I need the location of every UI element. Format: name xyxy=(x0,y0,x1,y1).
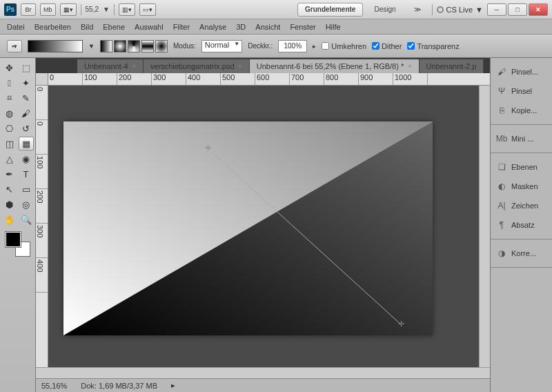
menu-view[interactable]: Ansicht xyxy=(255,23,280,31)
tool-preset-picker[interactable]: ▪▾ xyxy=(7,40,22,52)
blur-tool[interactable]: △ xyxy=(2,152,17,166)
workspace-design-tab[interactable]: Design xyxy=(367,3,402,17)
reverse-checkbox[interactable]: Umkehren xyxy=(322,42,366,50)
canvas[interactable]: ✛ ✛ xyxy=(63,121,433,335)
brush-tool[interactable]: 🖌 xyxy=(19,106,34,120)
status-doc-info[interactable]: Dok: 1,69 MB/3,37 MB xyxy=(81,382,157,390)
cslive-button[interactable]: CS Live ▼ xyxy=(437,6,483,14)
vertical-scrollbar[interactable] xyxy=(479,86,490,367)
document-tab[interactable]: Unbenannt-2.p xyxy=(420,59,484,73)
brush-presets-icon: 🖌 xyxy=(496,66,507,77)
minimize-button[interactable]: ─ xyxy=(487,3,506,16)
gradient-preview[interactable] xyxy=(28,40,83,52)
canvas-content: ✛ ✛ xyxy=(63,121,433,335)
close-icon[interactable]: × xyxy=(239,63,242,70)
panel-masks[interactable]: ◐Masken xyxy=(491,177,552,196)
dither-checkbox[interactable]: Dither xyxy=(372,42,402,50)
close-icon[interactable]: × xyxy=(408,63,411,70)
menu-layer[interactable]: Ebene xyxy=(103,23,125,31)
menu-select[interactable]: Auswahl xyxy=(135,23,164,31)
panel-brush[interactable]: ΨPinsel xyxy=(491,81,552,101)
path-select-tool[interactable]: ↖ xyxy=(2,182,17,196)
marquee-tool[interactable]: ⬚ xyxy=(19,61,34,75)
menu-analysis[interactable]: Analyse xyxy=(199,23,226,31)
3d-tool[interactable]: ⬢ xyxy=(2,197,17,211)
bridge-button[interactable]: Br xyxy=(21,3,36,16)
dropdown-arrow-icon[interactable]: ▼ xyxy=(103,6,110,13)
maximize-button[interactable]: □ xyxy=(508,3,527,16)
menu-file[interactable]: Datei xyxy=(7,23,25,31)
opacity-flyout-icon[interactable]: ▸ xyxy=(313,43,316,50)
options-bar: ▪▾ ▼ Modus: Normal ▼ Deckkr.: ▸ Umkehren… xyxy=(0,35,552,58)
status-zoom[interactable]: 55,16% xyxy=(41,382,67,390)
3d-camera-tool[interactable]: ◎ xyxy=(19,197,34,211)
view-extras-button[interactable]: ▦▾ xyxy=(60,3,77,16)
opacity-input[interactable] xyxy=(278,40,307,52)
menu-bar: Datei Bearbeiten Bild Ebene Auswahl Filt… xyxy=(0,19,552,35)
menu-help[interactable]: Hilfe xyxy=(326,23,341,31)
minibridge-icon: Mb xyxy=(496,133,507,144)
close-button[interactable]: ✕ xyxy=(529,3,548,16)
panel-character[interactable]: A|Zeichen xyxy=(491,196,552,215)
adjustments-icon: ◑ xyxy=(496,248,507,259)
panel-adjustments[interactable]: ◑Korre... xyxy=(491,244,552,263)
minibridge-button[interactable]: Mb xyxy=(40,3,56,16)
magicwand-tool[interactable]: ✦ xyxy=(19,76,34,90)
panel-clone-source[interactable]: ⎘Kopie... xyxy=(491,101,552,120)
eyedropper-tool[interactable]: ✎ xyxy=(19,91,34,105)
horizontal-ruler[interactable]: 01002003004005006007008009001000 xyxy=(48,73,490,86)
panel-layers[interactable]: ❏Ebenen xyxy=(491,157,552,177)
healing-tool[interactable]: ◍ xyxy=(2,106,17,120)
hand-tool[interactable]: ✋ xyxy=(2,213,17,226)
masks-icon: ◐ xyxy=(496,181,507,192)
zoom-value[interactable]: 55,2 xyxy=(86,6,99,13)
menu-image[interactable]: Bild xyxy=(81,23,93,31)
document-tab-active[interactable]: Unbenannt-6 bei 55,2% (Ebene 1, RGB/8) *… xyxy=(250,59,420,73)
mode-select[interactable]: Normal ▼ xyxy=(201,40,242,52)
pen-tool[interactable]: ✒ xyxy=(2,167,17,181)
diamond-gradient-button[interactable] xyxy=(155,40,168,52)
document-tab[interactable]: verschiebungsmatrix.psd× xyxy=(144,59,250,73)
menu-filter[interactable]: Filter xyxy=(173,23,190,31)
photoshop-logo: Ps xyxy=(4,3,17,16)
zoom-tool[interactable]: 🔍 xyxy=(19,213,34,226)
vertical-ruler[interactable]: 00100200300400 xyxy=(36,86,48,367)
shape-tool[interactable]: ▭ xyxy=(19,182,34,196)
stamp-tool[interactable]: ⎔ xyxy=(2,121,17,135)
reflected-gradient-button[interactable] xyxy=(141,40,154,52)
screenmode-button[interactable]: ▭▾ xyxy=(139,3,156,16)
workspace-more-button[interactable]: ≫ xyxy=(407,3,428,17)
angle-gradient-button[interactable] xyxy=(128,40,140,52)
panel-paragraph[interactable]: ¶Absatz xyxy=(491,215,552,235)
dropdown-arrow-icon[interactable]: ▼ xyxy=(88,43,95,50)
color-swatches[interactable] xyxy=(6,232,30,257)
panel-minibridge[interactable]: MbMini ... xyxy=(491,129,552,148)
history-brush-tool[interactable]: ↺ xyxy=(19,121,34,135)
separator xyxy=(432,4,433,15)
horizontal-scrollbar[interactable] xyxy=(36,367,490,378)
canvas-area[interactable]: 01002003004005006007008009001000 0010020… xyxy=(36,73,490,367)
transparency-checkbox[interactable]: Transparenz xyxy=(407,42,459,50)
linear-gradient-button[interactable] xyxy=(100,40,112,52)
document-tab[interactable]: Unbenannt-4× xyxy=(77,59,144,73)
gradient-tool[interactable]: ▦ xyxy=(19,137,34,150)
dodge-tool[interactable]: ◉ xyxy=(19,152,34,166)
svg-text:✛: ✛ xyxy=(205,144,211,152)
move-tool[interactable]: ✥ xyxy=(2,61,17,75)
status-flyout-icon[interactable]: ▸ xyxy=(171,381,175,390)
menu-3d[interactable]: 3D xyxy=(236,23,246,31)
foreground-swatch[interactable] xyxy=(6,232,21,247)
lasso-tool[interactable]: 𓍯 xyxy=(2,76,17,90)
workspace-essentials-tab[interactable]: Grundelemente xyxy=(297,3,363,17)
panel-brush-presets[interactable]: 🖌Pinsel... xyxy=(491,62,552,81)
close-icon[interactable]: × xyxy=(132,63,136,70)
clone-icon: ⎘ xyxy=(496,105,507,116)
crop-tool[interactable]: ⌗ xyxy=(2,91,17,105)
ruler-origin[interactable] xyxy=(36,73,48,86)
type-tool[interactable]: T xyxy=(19,167,34,181)
radial-gradient-button[interactable] xyxy=(114,40,126,52)
menu-edit[interactable]: Bearbeiten xyxy=(34,23,71,31)
eraser-tool[interactable]: ◫ xyxy=(2,137,17,150)
menu-window[interactable]: Fenster xyxy=(290,23,315,31)
arrange-button[interactable]: ▥▾ xyxy=(119,3,135,16)
